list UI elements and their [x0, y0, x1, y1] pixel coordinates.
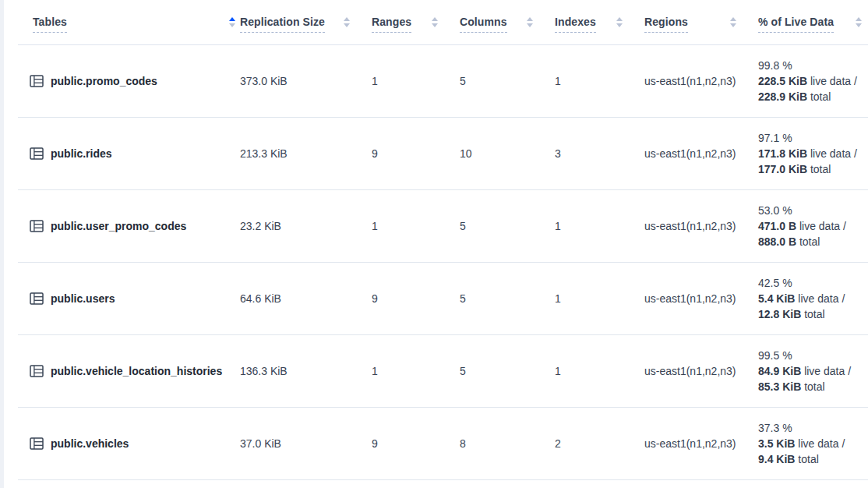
sort-caret-icon[interactable]: [730, 17, 736, 27]
total-size-value: 85.3 KiB: [758, 380, 801, 393]
ranges-cell: 9: [372, 118, 460, 189]
regions-cell: us-east1(n1,n2,n3): [644, 263, 758, 334]
page-left-gutter: [0, 0, 4, 488]
table-icon: [30, 437, 44, 450]
live-size-label: live data /: [810, 75, 857, 87]
table-name-cell: public.promo_codes: [18, 45, 240, 117]
indexes-cell: 1: [555, 335, 644, 407]
regions-cell: us-east1(n1,n2,n3): [644, 408, 758, 479]
total-data-line: 177.0 KiB total: [758, 161, 831, 177]
live-size-label: live data /: [799, 220, 846, 232]
live-size-value: 171.8 KiB: [758, 147, 807, 160]
total-size-value: 888.0 B: [758, 235, 796, 248]
sort-caret-icon[interactable]: [344, 17, 350, 27]
total-size-value: 12.8 KiB: [758, 308, 801, 320]
column-header-replication-size[interactable]: Replication Size: [240, 0, 372, 44]
table-icon: [30, 365, 44, 377]
total-size-value: 9.4 KiB: [758, 453, 795, 465]
live-data-line: 471.0 B live data /: [758, 218, 846, 234]
total-data-line: 888.0 B total: [758, 234, 820, 249]
table-name-link[interactable]: public.promo_codes: [51, 75, 157, 87]
sort-caret-icon[interactable]: [616, 17, 623, 27]
total-data-line: 228.9 KiB total: [758, 89, 831, 104]
regions-cell: us-east1(n1,n2,n3): [644, 45, 758, 117]
sort-asc-arrow-icon: [527, 17, 533, 21]
column-header-label: Replication Size: [240, 16, 325, 33]
live-size-label: live data /: [810, 147, 857, 160]
table-row: public.vehicle_location_histories 136.3 …: [18, 335, 868, 408]
sort-asc-arrow-icon: [432, 17, 438, 21]
table-name-link[interactable]: public.users: [51, 292, 115, 305]
sort-caret-icon[interactable]: [527, 17, 533, 27]
total-size-value: 177.0 KiB: [758, 163, 807, 175]
replication-size-cell: 136.3 KiB: [240, 335, 372, 407]
sort-caret-icon[interactable]: [856, 17, 862, 27]
column-header-label: Columns: [460, 16, 507, 33]
regions-cell: us-east1(n1,n2,n3): [644, 118, 758, 189]
live-size-value: 84.9 KiB: [758, 365, 801, 377]
ranges-cell: 1: [372, 190, 460, 262]
total-size-label: total: [804, 380, 824, 393]
columns-cell: 5: [460, 335, 555, 407]
table-row: public.rides 213.3 KiB 9 10 3 us-east1(n…: [18, 118, 868, 190]
column-header-regions[interactable]: Regions: [644, 0, 758, 44]
column-header-label: Tables: [33, 16, 67, 33]
indexes-cell: 2: [555, 408, 644, 479]
column-header-label: % of Live Data: [758, 16, 834, 33]
live-data-percent: 42.5 %: [758, 275, 792, 291]
columns-cell: 10: [460, 118, 555, 189]
sort-caret-icon[interactable]: [229, 17, 235, 27]
column-header-ranges[interactable]: Ranges: [372, 0, 460, 44]
live-data-cell: 53.0 % 471.0 B live data / 888.0 B total: [758, 190, 868, 262]
table-header-row: Tables Replication Size Ranges Columns I…: [18, 0, 868, 45]
table-name-cell: public.rides: [18, 118, 240, 189]
total-data-line: 12.8 KiB total: [758, 306, 825, 322]
live-data-line: 3.5 KiB live data /: [758, 436, 845, 451]
live-data-percent: 99.5 %: [758, 348, 792, 363]
table-row: public.user_promo_codes 23.2 KiB 1 5 1 u…: [18, 190, 868, 263]
replication-size-cell: 64.6 KiB: [240, 263, 372, 334]
table-icon: [30, 292, 44, 305]
column-header-columns[interactable]: Columns: [460, 0, 555, 44]
table-name-link[interactable]: public.rides: [51, 147, 112, 160]
sort-desc-arrow-icon: [229, 23, 235, 27]
total-data-line: 85.3 KiB total: [758, 379, 825, 394]
live-data-percent: 97.1 %: [758, 130, 792, 146]
sort-desc-arrow-icon: [527, 23, 533, 27]
table-icon: [30, 220, 44, 232]
ranges-cell: 1: [372, 45, 460, 117]
replication-size-cell: 37.0 KiB: [240, 408, 372, 479]
column-header-label: Ranges: [372, 16, 411, 33]
table-name-cell: public.vehicle_location_histories: [18, 335, 240, 407]
live-size-label: live data /: [804, 365, 851, 377]
total-size-label: total: [804, 308, 824, 320]
live-size-value: 5.4 KiB: [758, 292, 795, 305]
sort-desc-arrow-icon: [432, 23, 438, 27]
table-name-link[interactable]: public.vehicle_location_histories: [51, 365, 222, 377]
columns-cell: 8: [460, 408, 555, 479]
sort-desc-arrow-icon: [856, 23, 862, 27]
live-size-label: live data /: [798, 292, 845, 305]
live-data-cell: 37.3 % 3.5 KiB live data / 9.4 KiB total: [758, 408, 868, 479]
indexes-cell: 3: [555, 118, 644, 189]
live-data-cell: 97.1 % 171.8 KiB live data / 177.0 KiB t…: [758, 118, 868, 189]
column-header-live-data[interactable]: % of Live Data: [758, 0, 868, 44]
column-header-label: Regions: [644, 16, 688, 33]
live-size-value: 228.5 KiB: [758, 75, 807, 87]
live-size-label: live data /: [798, 437, 845, 450]
sort-asc-arrow-icon: [856, 17, 862, 21]
column-header-tables[interactable]: Tables: [18, 0, 240, 44]
column-header-indexes[interactable]: Indexes: [555, 0, 644, 44]
table-name-link[interactable]: public.user_promo_codes: [51, 220, 186, 232]
sort-asc-arrow-icon: [730, 17, 736, 21]
total-size-value: 228.9 KiB: [758, 90, 807, 103]
columns-cell: 5: [460, 45, 555, 117]
total-size-label: total: [798, 453, 818, 465]
table-row: public.users 64.6 KiB 9 5 1 us-east1(n1,…: [18, 263, 868, 335]
live-data-cell: 42.5 % 5.4 KiB live data / 12.8 KiB tota…: [758, 263, 868, 334]
table-name-link[interactable]: public.vehicles: [51, 437, 129, 450]
live-data-line: 84.9 KiB live data /: [758, 363, 851, 379]
sort-caret-icon[interactable]: [432, 17, 438, 27]
indexes-cell: 1: [555, 45, 644, 117]
ranges-cell: 9: [372, 263, 460, 334]
